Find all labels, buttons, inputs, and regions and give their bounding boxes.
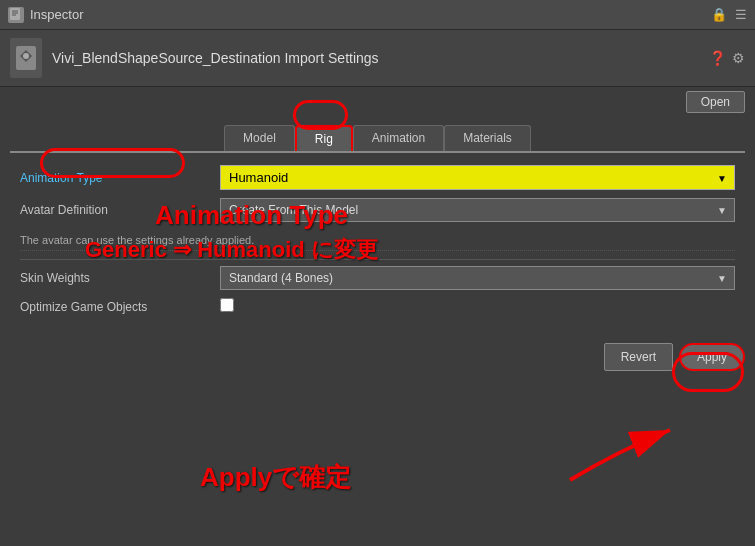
avatar-definition-dropdown[interactable]: Create From This Model Copy From Other A…: [220, 198, 735, 222]
settings-icon[interactable]: ⚙: [732, 50, 745, 66]
apply-button[interactable]: Apply: [679, 343, 745, 371]
file-header: Vivi_BlendShapeSource_Destination Import…: [0, 30, 755, 87]
tab-bar: Model Rig Animation Materials: [0, 117, 755, 151]
bottom-buttons: Revert Apply: [0, 335, 755, 379]
optimize-label: Optimize Game Objects: [20, 300, 220, 314]
title-bar: Inspector 🔒 ☰: [0, 0, 755, 30]
optimize-checkbox-wrapper: [220, 298, 735, 315]
open-button[interactable]: Open: [686, 91, 745, 113]
avatar-definition-label: Avatar Definition: [20, 203, 220, 217]
svg-point-6: [23, 53, 29, 59]
optimize-row: Optimize Game Objects: [20, 298, 735, 315]
animation-type-dropdown-wrapper: Humanoid None Legacy Generic Humanoid: [220, 165, 735, 190]
apply-arrow: [540, 390, 740, 510]
svg-rect-0: [10, 8, 20, 20]
header-icons: ❓ ⚙: [709, 50, 745, 66]
apply-confirm-text: Applyで確定: [200, 460, 351, 495]
file-title: Vivi_BlendShapeSource_Destination Import…: [52, 50, 709, 66]
tab-rig[interactable]: Rig: [295, 125, 353, 151]
avatar-definition-row: Avatar Definition Create From This Model…: [20, 198, 735, 222]
title-bar-text: Inspector: [30, 7, 83, 22]
3d-model-icon: [10, 38, 42, 78]
skin-weights-label: Skin Weights: [20, 271, 220, 285]
animation-type-dropdown[interactable]: Humanoid None Legacy Generic Humanoid: [220, 165, 735, 190]
optimize-checkbox[interactable]: [220, 298, 234, 312]
animation-type-label: Animation Type: [20, 171, 220, 185]
skin-weights-dropdown[interactable]: Standard (4 Bones) Custom: [220, 266, 735, 290]
info-text: The avatar can use the settings already …: [20, 230, 735, 251]
skin-weights-dropdown-wrapper: Standard (4 Bones) Custom: [220, 266, 735, 290]
lock-icon[interactable]: 🔒: [711, 7, 727, 22]
menu-icon[interactable]: ☰: [735, 7, 747, 22]
separator-1: [20, 259, 735, 260]
inspector-icon: [8, 7, 24, 23]
tab-materials[interactable]: Materials: [444, 125, 531, 151]
tab-animation[interactable]: Animation: [353, 125, 444, 151]
skin-weights-row: Skin Weights Standard (4 Bones) Custom: [20, 266, 735, 290]
animation-type-row: Animation Type Humanoid None Legacy Gene…: [20, 165, 735, 190]
tab-model[interactable]: Model: [224, 125, 295, 151]
help-icon[interactable]: ❓: [709, 50, 726, 66]
title-bar-right: 🔒 ☰: [711, 7, 747, 22]
avatar-definition-dropdown-wrapper: Create From This Model Copy From Other A…: [220, 198, 735, 222]
open-btn-row: Open: [0, 87, 755, 117]
content-area: Animation Type Humanoid None Legacy Gene…: [0, 153, 755, 331]
revert-button[interactable]: Revert: [604, 343, 673, 371]
